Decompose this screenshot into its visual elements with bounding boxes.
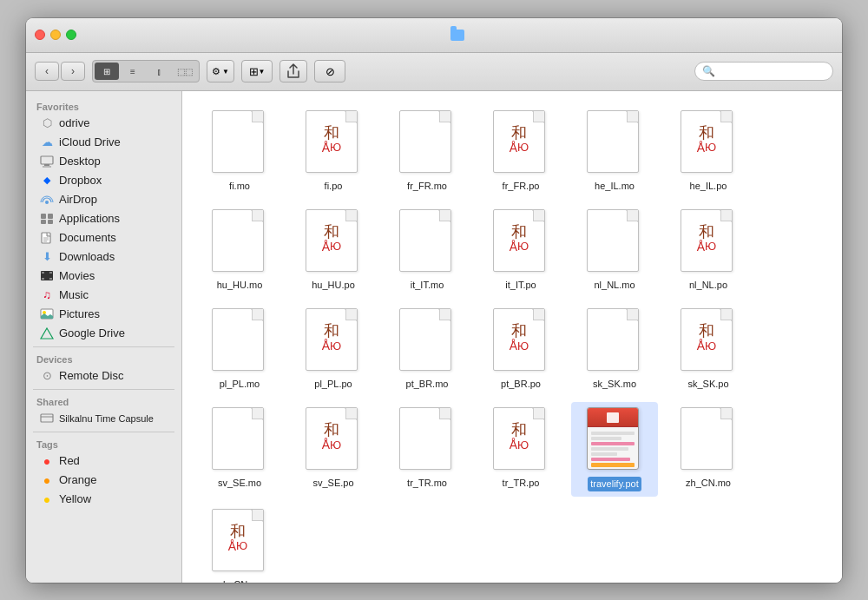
file-icon-sk-SK-po: 和 Å Ю — [681, 308, 736, 374]
file-name-nl-NL-po: nl_NL.po — [689, 279, 727, 291]
file-item[interactable]: hu_HU.mo — [196, 204, 283, 296]
svg-marker-19 — [41, 328, 53, 339]
share-icon — [286, 63, 300, 79]
folder-icon — [450, 30, 464, 41]
svg-rect-5 — [48, 214, 53, 219]
file-item[interactable]: 和 Å Ю he_IL.po — [665, 105, 752, 197]
sidebar-label-music: Music — [59, 288, 89, 301]
file-item[interactable]: 和 Å Ю sk_SK.po — [665, 303, 752, 395]
file-item[interactable]: fr_FR.mo — [384, 105, 470, 197]
file-name-tr-TR-mo: tr_TR.mo — [407, 477, 447, 489]
file-item[interactable]: 和 Å Ю fi.po — [290, 105, 377, 197]
svg-rect-0 — [41, 156, 53, 164]
search-box[interactable]: 🔍 — [694, 62, 833, 81]
svg-rect-1 — [44, 164, 49, 166]
back-button[interactable]: ‹ — [35, 62, 59, 81]
svg-rect-16 — [49, 278, 52, 280]
sidebar-label-dropbox: Dropbox — [59, 174, 102, 187]
sidebar-item-desktop[interactable]: Desktop — [30, 152, 178, 171]
view-list-button[interactable]: ≡ — [121, 63, 145, 80]
file-name-sk-SK-po: sk_SK.po — [687, 378, 728, 390]
tags-button[interactable]: ⊘ — [314, 60, 345, 82]
file-item[interactable]: fi.mo — [196, 105, 283, 197]
nav-buttons: ‹ › — [35, 62, 85, 81]
svg-rect-13 — [42, 272, 44, 274]
title-bar — [26, 18, 842, 53]
file-icon-tr-TR-mo — [399, 407, 455, 473]
divider-tags — [33, 432, 174, 432]
sidebar-item-odrive[interactable]: ⬡ odrive — [30, 114, 178, 133]
sidebar-item-tag-red[interactable]: ● Red — [30, 452, 178, 471]
file-item[interactable]: nl_NL.mo — [571, 204, 658, 296]
file-item[interactable]: pl_PL.mo — [196, 303, 283, 395]
sidebar-item-pictures[interactable]: Pictures — [30, 305, 178, 324]
file-item[interactable]: travelify.pot — [571, 402, 658, 496]
file-item[interactable]: 和 Å Ю tr_TR.po — [477, 402, 564, 496]
share-button[interactable] — [279, 60, 307, 82]
file-item[interactable]: pt_BR.mo — [384, 303, 470, 395]
movies-icon — [40, 269, 54, 283]
file-item[interactable]: sk_SK.mo — [571, 303, 658, 395]
sidebar-item-applications[interactable]: Applications — [30, 209, 178, 228]
file-item[interactable]: 和 Å Ю zh_CN.po — [196, 504, 283, 583]
file-name-fi-mo: fi.mo — [229, 180, 250, 192]
sidebar-item-remote-disc[interactable]: ⊙ Remote Disc — [30, 366, 178, 386]
file-item[interactable]: 和 Å Ю pt_BR.po — [477, 303, 564, 395]
sidebar-item-google-drive[interactable]: Google Drive — [30, 324, 178, 343]
minimize-button[interactable] — [50, 30, 61, 40]
file-item[interactable]: zh_CN.mo — [665, 402, 752, 496]
sidebar-item-downloads[interactable]: ⬇ Downloads — [30, 247, 178, 267]
sidebar-item-tag-yellow[interactable]: ● Yellow — [30, 490, 178, 509]
file-item[interactable]: he_IL.mo — [571, 105, 658, 197]
action-button[interactable]: ⚙ ▼ — [207, 60, 234, 82]
view-column-button[interactable]: ⫿ — [147, 63, 171, 80]
sidebar-item-icloud[interactable]: ☁ iCloud Drive — [30, 133, 178, 152]
sidebar-item-music[interactable]: ♫ Music — [30, 286, 178, 305]
file-icon-fr-FR-po: 和 Å Ю — [493, 110, 549, 176]
dropbox-icon: ◆ — [40, 174, 54, 188]
file-item[interactable]: 和 Å Ю sv_SE.po — [290, 402, 377, 496]
sidebar-label-airdrop: AirDrop — [59, 193, 97, 206]
svg-rect-15 — [42, 278, 44, 280]
file-name-he-IL-mo: he_IL.mo — [595, 180, 635, 192]
sidebar: Favorites ⬡ odrive ☁ iCloud Drive Deskto… — [26, 91, 182, 583]
tag-yellow-icon: ● — [40, 492, 54, 506]
file-icon-zh-CN-mo — [681, 407, 736, 473]
sidebar-item-dropbox[interactable]: ◆ Dropbox — [30, 171, 178, 190]
file-icon-it-IT-mo — [399, 209, 455, 275]
sidebar-item-documents[interactable]: Documents — [30, 228, 178, 247]
applications-icon — [40, 212, 54, 226]
file-item[interactable]: 和 Å Ю hu_HU.po — [290, 204, 377, 296]
svg-point-3 — [45, 201, 49, 204]
sidebar-label-documents: Documents — [59, 231, 116, 244]
file-item[interactable]: 和 Å Ю fr_FR.po — [477, 105, 564, 197]
svg-rect-14 — [49, 272, 52, 274]
file-name-it-IT-po: it_IT.po — [505, 279, 536, 291]
sidebar-item-airdrop[interactable]: AirDrop — [30, 190, 178, 209]
file-name-he-IL-po: he_IL.po — [690, 180, 727, 192]
file-item[interactable]: 和 Å Ю it_IT.po — [477, 204, 564, 296]
browse-button[interactable]: ⊞ ▼ — [241, 60, 273, 82]
file-item[interactable]: 和 Å Ю nl_NL.po — [665, 204, 752, 296]
favorites-label: Favorites — [26, 98, 181, 114]
close-button[interactable] — [35, 30, 45, 40]
file-icon-hu-HU-po: 和 Å Ю — [306, 209, 361, 275]
sidebar-label-time-capsule: Silkalnu Time Capsule — [59, 413, 154, 424]
file-name-fi-po: fi.po — [325, 180, 343, 192]
sidebar-item-tag-orange[interactable]: ● Orange — [30, 471, 178, 490]
forward-button[interactable]: › — [61, 62, 85, 81]
maximize-button[interactable] — [66, 30, 76, 40]
file-item[interactable]: tr_TR.mo — [384, 402, 470, 496]
file-item[interactable]: sv_SE.mo — [196, 402, 283, 496]
file-icon-it-IT-po: 和 Å Ю — [493, 209, 549, 275]
svg-rect-4 — [41, 214, 46, 219]
view-icon-button[interactable]: ⊞ — [95, 63, 119, 80]
file-name-sv-SE-po: sv_SE.po — [312, 477, 353, 489]
file-item[interactable]: 和 Å Ю pl_PL.po — [290, 303, 377, 395]
tag-icon: ⊘ — [326, 65, 335, 78]
sidebar-item-movies[interactable]: Movies — [30, 267, 178, 286]
sidebar-item-time-capsule[interactable]: Silkalnu Time Capsule — [30, 409, 178, 428]
file-item[interactable]: it_IT.mo — [384, 204, 470, 296]
remote-disc-icon: ⊙ — [40, 369, 54, 383]
view-coverflow-button[interactable]: ⬚⬚ — [173, 63, 197, 80]
